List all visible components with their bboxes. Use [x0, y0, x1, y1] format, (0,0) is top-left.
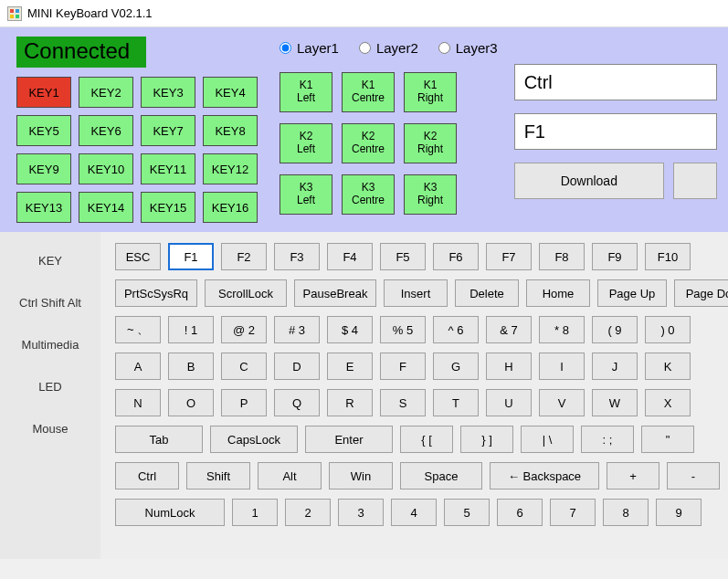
key-button-7[interactable]: KEY7 — [141, 115, 195, 146]
vk-num4[interactable]: 4 — [391, 499, 437, 526]
key-button-10[interactable]: KEY10 — [79, 153, 133, 184]
vk-prtsc[interactable]: PrtScSysRq — [115, 279, 197, 307]
k2-centre-button[interactable]: K2Centre — [342, 123, 395, 163]
vk-enter[interactable]: Enter — [305, 426, 393, 453]
vk-e[interactable]: E — [327, 353, 373, 380]
key-button-16[interactable]: KEY16 — [203, 192, 258, 223]
key-button-13[interactable]: KEY13 — [16, 192, 71, 223]
tab-led[interactable]: LED — [0, 365, 100, 407]
vk-j[interactable]: J — [592, 353, 638, 380]
vk-f10[interactable]: F10 — [645, 243, 691, 270]
vk-num9[interactable]: 9 — [656, 499, 702, 526]
vk-num3[interactable]: 3 — [338, 499, 384, 526]
vk-d[interactable]: D — [274, 353, 320, 380]
vk-p[interactable]: P — [221, 389, 267, 416]
vk-num8[interactable]: 8 — [603, 499, 649, 526]
vk-9[interactable]: ( 9 — [592, 316, 638, 343]
vk-f7[interactable]: F7 — [486, 243, 532, 270]
k3-right-button[interactable]: K3Right — [404, 174, 457, 215]
vk-w[interactable]: W — [592, 389, 638, 416]
k2-right-button[interactable]: K2Right — [404, 123, 457, 163]
vk-numlock[interactable]: NumLock — [115, 499, 225, 526]
vk-f4[interactable]: F4 — [327, 243, 373, 270]
tab-ctrlshiftalt[interactable]: Ctrl Shift Alt — [0, 281, 100, 323]
vk-pipe[interactable]: | \ — [521, 426, 574, 453]
vk-t[interactable]: T — [433, 389, 479, 416]
vk-tilde[interactable]: ~ 、 — [115, 316, 161, 343]
vk-6[interactable]: ^ 6 — [433, 316, 479, 343]
modifier-field[interactable]: Ctrl — [514, 64, 717, 100]
vk-shift[interactable]: Shift — [186, 462, 250, 490]
vk-colon[interactable]: : ; — [581, 426, 634, 453]
vk-v[interactable]: V — [539, 389, 585, 416]
vk-esc[interactable]: ESC — [115, 243, 161, 270]
k1-right-button[interactable]: K1Right — [404, 72, 457, 112]
vk-backspace[interactable]: ← Backspace — [490, 462, 599, 490]
vk-scrolllock[interactable]: ScrollLock — [205, 279, 287, 307]
key-button-15[interactable]: KEY15 — [141, 192, 195, 223]
vk-num2[interactable]: 2 — [285, 499, 331, 526]
vk-num5[interactable]: 5 — [444, 499, 490, 526]
layer1-radio-input[interactable] — [280, 42, 291, 54]
vk-f6[interactable]: F6 — [433, 243, 479, 270]
key-button-11[interactable]: KEY11 — [141, 153, 195, 184]
vk-f5[interactable]: F5 — [380, 243, 426, 270]
vk-q[interactable]: Q — [274, 389, 320, 416]
key-button-6[interactable]: KEY6 — [79, 115, 133, 146]
vk-num1[interactable]: 1 — [232, 499, 278, 526]
vk-k[interactable]: K — [645, 353, 691, 380]
vk-tab[interactable]: Tab — [115, 426, 203, 453]
download-button[interactable]: Download — [514, 163, 664, 199]
tab-mouse[interactable]: Mouse — [0, 407, 100, 449]
vk-b[interactable]: B — [168, 353, 214, 380]
key-button-9[interactable]: KEY9 — [16, 153, 71, 184]
layer2-radio-input[interactable] — [359, 42, 371, 54]
vk-x[interactable]: X — [645, 389, 691, 416]
layer2-radio[interactable]: Layer2 — [359, 40, 418, 56]
vk-7[interactable]: & 7 — [486, 316, 532, 343]
vk-r[interactable]: R — [327, 389, 373, 416]
vk-num6[interactable]: 6 — [497, 499, 543, 526]
vk-f1[interactable]: F1 — [168, 243, 214, 270]
vk-minus[interactable]: - — [667, 462, 720, 490]
k1-centre-button[interactable]: K1Centre — [342, 72, 395, 112]
layer3-radio-input[interactable] — [438, 42, 450, 54]
vk-num7[interactable]: 7 — [550, 499, 596, 526]
vk-alt[interactable]: Alt — [258, 462, 322, 490]
vk-1[interactable]: ! 1 — [168, 316, 214, 343]
vk-pageup[interactable]: Page Up — [597, 279, 667, 307]
vk-8[interactable]: * 8 — [539, 316, 585, 343]
vk-f3[interactable]: F3 — [274, 243, 320, 270]
key-button-1[interactable]: KEY1 — [16, 77, 71, 108]
vk-plus[interactable]: + — [607, 462, 659, 490]
key-button-12[interactable]: KEY12 — [203, 153, 258, 184]
key-button-3[interactable]: KEY3 — [141, 77, 195, 108]
k3-centre-button[interactable]: K3Centre — [342, 174, 395, 215]
key-button-4[interactable]: KEY4 — [203, 77, 258, 108]
layer3-radio[interactable]: Layer3 — [438, 40, 498, 56]
vk-a[interactable]: A — [115, 353, 161, 380]
vk-4[interactable]: $ 4 — [327, 316, 373, 343]
vk-ctrl[interactable]: Ctrl — [115, 462, 179, 490]
key-button-8[interactable]: KEY8 — [203, 115, 258, 146]
vk-insert[interactable]: Insert — [384, 279, 448, 307]
vk-f2[interactable]: F2 — [221, 243, 267, 270]
vk-2[interactable]: @ 2 — [221, 316, 267, 343]
layer1-radio[interactable]: Layer1 — [280, 40, 339, 56]
vk-home[interactable]: Home — [526, 279, 590, 307]
k2-left-button[interactable]: K2Left — [280, 123, 332, 163]
vk-pausebreak[interactable]: PauseBreak — [294, 279, 376, 307]
vk-lbracket[interactable]: { [ — [400, 426, 453, 453]
vk-f[interactable]: F — [380, 353, 426, 380]
vk-s[interactable]: S — [380, 389, 426, 416]
vk-3[interactable]: # 3 — [274, 316, 320, 343]
vk-u[interactable]: U — [486, 389, 532, 416]
vk-h[interactable]: H — [486, 353, 532, 380]
vk-space[interactable]: Space — [400, 462, 482, 490]
k3-left-button[interactable]: K3Left — [280, 174, 332, 215]
vk-n[interactable]: N — [115, 389, 161, 416]
vk-i[interactable]: I — [539, 353, 585, 380]
vk-f9[interactable]: F9 — [592, 243, 638, 270]
key-button-14[interactable]: KEY14 — [79, 192, 133, 223]
vk-0[interactable]: ) 0 — [645, 316, 691, 343]
